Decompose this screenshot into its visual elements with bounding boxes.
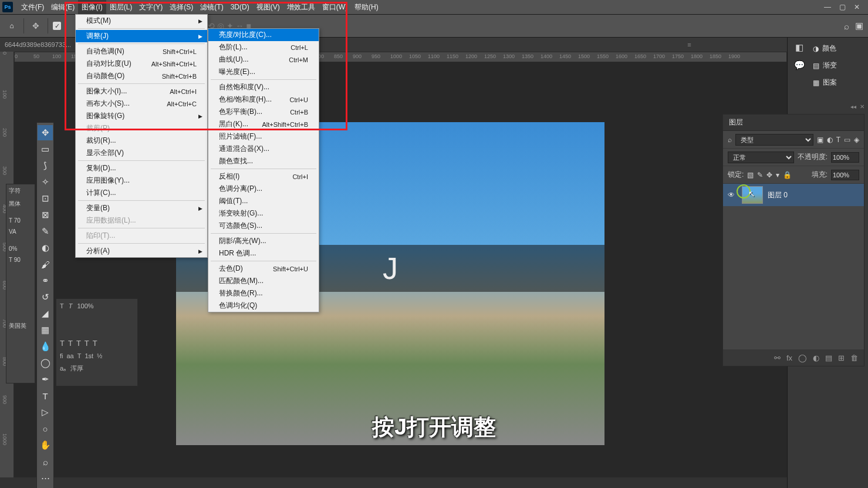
layers-header[interactable]: 图层 xyxy=(723,115,864,131)
glyph-t[interactable]: T xyxy=(69,302,73,309)
new-layer-icon[interactable]: ⊞ xyxy=(838,354,845,362)
menu-item[interactable]: 色调分离(P)... xyxy=(208,183,319,195)
move-tool[interactable]: ✥ xyxy=(38,125,53,140)
menu-item[interactable]: 反相(I)Ctrl+I xyxy=(208,170,319,183)
visibility-icon[interactable]: 👁 xyxy=(728,191,737,199)
glyph-aa[interactable]: aₐ xyxy=(60,365,66,372)
menubar-item-2[interactable]: 图像(I) xyxy=(78,0,106,14)
minimize-icon[interactable]: — xyxy=(824,3,831,11)
maximize-icon[interactable]: ▢ xyxy=(839,3,846,11)
menu-item[interactable]: 替换颜色(R)... xyxy=(208,287,319,299)
glyph-btn[interactable]: T xyxy=(60,339,65,348)
home-icon[interactable]: ⌂ xyxy=(5,19,19,33)
hand-tool[interactable]: ✋ xyxy=(38,437,53,453)
menu-item[interactable]: 色阶(L)...Ctrl+L xyxy=(208,41,319,53)
fx-icon[interactable]: fx xyxy=(786,354,792,362)
menubar-item-7[interactable]: 3D(D) xyxy=(227,0,253,14)
delete-icon[interactable]: 🗑 xyxy=(850,354,858,362)
eyedropper-tool[interactable]: ✎ xyxy=(38,224,53,239)
menubar-item-6[interactable]: 滤镜(T) xyxy=(197,0,227,14)
shape-tool[interactable]: ○ xyxy=(38,421,53,436)
glyph-btn[interactable]: fi xyxy=(60,352,63,359)
wand-tool[interactable]: ✧ xyxy=(38,174,53,190)
menubar-item-10[interactable]: 窗口(W) xyxy=(319,0,351,14)
menu-item[interactable]: 可选颜色(S)... xyxy=(208,220,319,232)
glyph-btn[interactable]: T xyxy=(68,339,73,348)
glyph-t[interactable]: T xyxy=(60,302,64,309)
crop-tool[interactable]: ⊡ xyxy=(38,191,53,206)
close-panel-icon[interactable]: ✕ xyxy=(860,103,864,110)
menubar-item-9[interactable]: 增效工具 xyxy=(283,0,319,14)
glyph-btn[interactable]: 1st xyxy=(85,352,93,359)
menu-item[interactable]: 复制(D)... xyxy=(76,162,207,174)
menu-item[interactable]: 调整(J)▶ xyxy=(76,30,207,42)
tab-close-icon[interactable]: ≡ xyxy=(687,41,691,48)
menu-item[interactable]: 计算(C)... xyxy=(76,187,207,199)
layer-thumbnail[interactable] xyxy=(742,186,763,204)
type-tool[interactable]: T xyxy=(38,388,53,403)
menu-item[interactable]: 照片滤镜(F)... xyxy=(208,130,319,143)
menubar-item-8[interactable]: 视图(V) xyxy=(253,0,283,14)
path-tool[interactable]: ▷ xyxy=(38,405,53,420)
menu-item[interactable]: 色调均化(Q) xyxy=(208,299,319,312)
menu-item[interactable]: HDR 色调... xyxy=(208,247,319,260)
menu-item[interactable]: 匹配颜色(M)... xyxy=(208,275,319,287)
collapse-icon[interactable]: ◂◂ xyxy=(850,103,856,110)
lock-move-icon[interactable]: ✥ xyxy=(766,171,772,179)
lock-pixel-icon[interactable]: ▧ xyxy=(747,171,754,179)
search-icon[interactable]: ⌕ xyxy=(728,136,732,144)
menu-item[interactable]: 画布大小(S)...Alt+Ctrl+C xyxy=(76,97,207,110)
menu-item[interactable]: 渐变映射(G)... xyxy=(208,207,319,220)
char-va[interactable]: VA xyxy=(9,228,32,235)
menu-item[interactable]: 色彩平衡(B)...Ctrl+B xyxy=(208,106,319,118)
menu-item[interactable]: 曝光度(E)... xyxy=(208,66,319,78)
glyph-pct[interactable]: 100% xyxy=(77,302,93,309)
menu-item[interactable]: 模式(M)▶ xyxy=(76,15,207,27)
lock-all-icon[interactable]: 🔒 xyxy=(783,171,792,179)
menubar-item-1[interactable]: 编辑(E) xyxy=(48,0,78,14)
menu-item[interactable]: 分析(A)▶ xyxy=(76,245,207,257)
adjustment-icon[interactable]: ◐ xyxy=(813,354,819,362)
layer-filter-select[interactable]: 类型 xyxy=(735,134,813,146)
lasso-tool[interactable]: ⟆ xyxy=(38,158,53,173)
menu-item[interactable]: 变量(B)▶ xyxy=(76,202,207,214)
menu-item[interactable]: 裁切(R)... xyxy=(76,134,207,147)
group-icon[interactable]: ▤ xyxy=(825,354,832,362)
menubar-item-4[interactable]: 文字(Y) xyxy=(136,0,166,14)
filter-adjust-icon[interactable]: ◐ xyxy=(827,136,833,144)
filter-shape-icon[interactable]: ▭ xyxy=(844,136,850,144)
filter-pixel-icon[interactable]: ▣ xyxy=(817,136,823,144)
char-size[interactable]: T 70 xyxy=(9,217,32,224)
history-brush-tool[interactable]: ↺ xyxy=(38,290,53,305)
layer-item[interactable]: 👁 图层 0 xyxy=(723,184,864,206)
comment-icon[interactable]: 💬 xyxy=(793,59,806,72)
search-icon[interactable]: ⌕ xyxy=(844,21,849,31)
fill-input[interactable] xyxy=(831,170,859,180)
menubar-item-11[interactable]: 帮助(H) xyxy=(351,0,382,14)
blend-mode-select[interactable]: 正常 xyxy=(728,152,794,163)
gradient-panel-tab[interactable]: ▤渐变 xyxy=(813,60,864,70)
marquee-tool[interactable]: ▭ xyxy=(38,142,53,157)
menu-item[interactable]: 颜色查找... xyxy=(208,155,319,167)
menu-item[interactable]: 图像大小(I)...Alt+Ctrl+I xyxy=(76,85,207,97)
zoom-tool[interactable]: ⌕ xyxy=(38,454,53,469)
glyph-btn[interactable]: aa xyxy=(67,352,74,359)
menu-item[interactable]: 图像旋转(G)▶ xyxy=(76,110,207,122)
menubar-item-5[interactable]: 选择(S) xyxy=(166,0,197,14)
menu-item[interactable]: 曲线(U)...Ctrl+M xyxy=(208,53,319,66)
menu-item[interactable]: 阈值(T)... xyxy=(208,195,319,207)
char-pct[interactable]: 0% xyxy=(9,245,32,252)
filter-smart-icon[interactable]: ◈ xyxy=(854,136,859,144)
workspace-icon[interactable]: ▣ xyxy=(855,21,863,31)
menubar-item-0[interactable]: 文件(F) xyxy=(18,0,48,14)
mask-icon[interactable]: ◯ xyxy=(798,354,807,362)
color-panel-tab[interactable]: ◑颜色 xyxy=(813,43,864,53)
pattern-panel-tab[interactable]: ▦图案 xyxy=(813,78,864,87)
pen-tool[interactable]: ✒ xyxy=(38,372,53,387)
brush-tool[interactable]: 🖌 xyxy=(38,257,53,272)
char-lang[interactable]: 美国英 xyxy=(9,322,32,330)
layer-name[interactable]: 图层 0 xyxy=(768,190,788,200)
document-tab[interactable]: 6644d9389e8369733... xyxy=(5,41,71,48)
menu-item[interactable]: 亮度/对比度(C)... xyxy=(208,29,319,41)
glyph-btn[interactable]: ½ xyxy=(97,352,102,359)
